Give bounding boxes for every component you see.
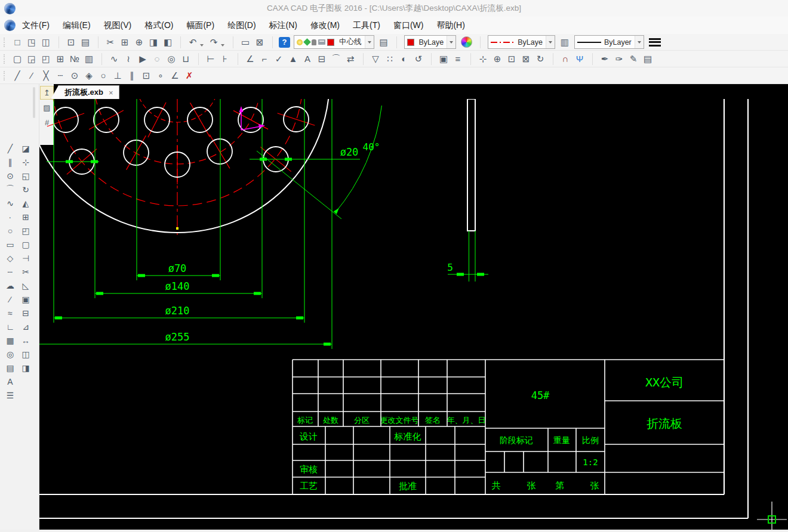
zoom-all-icon[interactable]: ⊠ [519,52,533,66]
trim-icon[interactable]: ✂ [19,265,33,279]
panel-grip[interactable] [33,87,35,118]
color-palette-icon[interactable] [461,36,472,48]
tolerance-icon[interactable]: ▽ [368,52,383,66]
document-tab[interactable]: 折流板.exb × [51,85,119,99]
paste-special-icon[interactable]: ◧ [161,35,175,49]
plot-settings-icon[interactable]: ⊠ [253,35,267,49]
rotate-icon[interactable]: ↻ [19,183,33,196]
menu-window[interactable]: 窗口(W) [387,17,430,34]
zoom-window-icon[interactable]: ⊡ [504,52,519,66]
coord-axis-icon[interactable]: ∟ [3,320,17,333]
lineweight-dropdown[interactable]: ByLayer [574,35,644,49]
text-icon[interactable]: A [3,375,17,388]
dim-check-icon[interactable]: ✓ [272,52,286,66]
snap-angle-icon[interactable]: ∠ [168,69,182,82]
magnet-snap-icon[interactable]: ∩ [558,52,572,66]
snap-tangent-icon[interactable]: ○ [96,69,110,82]
cut-icon[interactable]: ✂ [103,35,118,49]
select-window-icon[interactable]: ▢ [10,52,24,66]
stretch-icon[interactable]: ▢ [19,237,33,251]
property-brush-icon[interactable]: ✎ [626,52,641,66]
frame-settings-icon[interactable]: ▭ [238,35,253,49]
line-icon[interactable]: ╱ [3,141,17,155]
save-icon[interactable]: ◫ [39,35,53,49]
menu-format[interactable]: 格式(O) [138,17,180,34]
parallel-line-icon[interactable]: ∥ [3,155,17,169]
new-file-icon[interactable]: □ [10,35,24,49]
menu-help[interactable]: 帮助(H) [430,17,471,34]
paste-icon[interactable]: ◨ [146,35,161,49]
block-library-icon[interactable]: ⊟ [19,306,33,320]
layer-on-icon[interactable] [297,39,303,45]
layer-print-icon[interactable] [318,39,325,45]
query-icon[interactable]: ☰ [3,388,17,402]
rectangle-icon[interactable]: ▭ [3,237,17,251]
scale-icon[interactable]: ◰ [19,224,33,237]
zoom-in-icon[interactable]: ⊕ [490,52,504,66]
layer-dropdown-caret[interactable] [365,36,374,48]
dim-angle-icon[interactable]: ∠ [243,52,257,66]
dim-leader-icon[interactable]: ⌐ [257,52,272,66]
layer-dropdown[interactable]: 中心线 [294,35,374,49]
snap-intersection-icon[interactable]: ╳ [39,69,53,82]
snap-clear-icon[interactable]: ✗ [182,69,196,82]
menu-paper[interactable]: 幅面(P) [180,17,221,34]
insert-block-icon[interactable]: ◨ [19,361,33,375]
edit-list-icon[interactable]: ▤ [641,52,655,66]
label-icon[interactable]: ◎ [3,347,17,361]
text-annotation-icon[interactable]: A [300,52,315,66]
menu-draw[interactable]: 绘图(D) [221,17,262,34]
move-icon[interactable]: ⊹ [19,155,33,169]
copy-basepoint-icon[interactable]: ⊕ [132,35,146,49]
section-view-icon[interactable]: ⊔ [178,52,193,66]
spline-icon[interactable]: ∿ [3,196,17,210]
undo-icon-dropdown-caret[interactable] [200,44,204,47]
wave-line-icon[interactable]: ∿ [107,52,121,66]
table-text-icon[interactable]: ▥ [82,52,96,66]
arc-length-icon[interactable]: ↺ [411,52,426,66]
wave-icon[interactable]: ≈ [3,306,17,320]
lasso-icon[interactable]: ◌ [150,52,164,66]
dim-linear-icon[interactable]: ⊢ [204,52,218,66]
dim-edit-icon[interactable]: ⊿ [19,320,33,333]
snap-midpoint-icon[interactable]: ∕ [24,69,39,82]
drawing-canvas[interactable] [39,84,788,530]
quadrant-icon[interactable]: ◐ [397,52,411,66]
menu-modify[interactable]: 修改(M) [304,17,346,34]
linetype-dropdown-caret[interactable] [546,36,555,48]
arrow-icon[interactable]: ▶ [136,52,150,66]
snap-quadrant-icon[interactable]: ◈ [82,69,96,82]
break-icon[interactable]: ⊣ [19,251,33,265]
chamfer-icon[interactable]: ◺ [19,279,33,292]
snap-node-icon[interactable]: ⊡ [139,69,153,82]
array-icon[interactable]: ⊞ [19,210,33,224]
snap-perpendicular-icon[interactable]: ⊥ [110,69,125,82]
copy-icon[interactable]: ⊞ [118,35,132,49]
linetype-manager-icon[interactable]: ▥ [558,35,572,49]
datum-icon[interactable]: ▲ [286,52,300,66]
layer-freeze-icon[interactable] [303,38,311,46]
hatch-panel-icon[interactable]: ▨ [40,101,54,115]
tab-close-icon[interactable]: × [109,88,113,97]
text-frame-icon[interactable]: ◲ [24,52,39,66]
point-icon[interactable]: ∙ [3,210,17,224]
snap-endpoint-icon[interactable]: ╱ [10,69,24,82]
zigzag-line-icon[interactable]: ≀ [121,52,136,66]
style-brush-icon[interactable]: ✒ [598,52,612,66]
menu-tools[interactable]: 工具(T) [346,17,387,34]
lineweight-dropdown-caret[interactable] [635,36,644,48]
mirror-icon[interactable]: ◭ [19,196,33,210]
dim-arc-icon[interactable]: ⌒ [329,52,343,66]
color-dropdown-caret[interactable] [447,36,455,48]
menu-edit[interactable]: 编辑(E) [56,17,97,34]
undo-icon[interactable]: ↶ [186,35,200,49]
export-icon[interactable]: ⊡ [64,35,78,49]
centerline-icon[interactable]: ┄ [3,265,17,279]
measure-ruler-icon[interactable]: ≡ [451,52,465,66]
eraser-icon[interactable]: ◪ [19,141,33,155]
dim-edit-icon[interactable]: ⊟ [315,52,329,66]
ellipse-icon[interactable]: ○ [3,224,17,237]
zoom-part-icon[interactable]: ◎ [164,52,178,66]
menu-file[interactable]: 文件(F) [16,17,56,34]
color-dropdown[interactable]: ByLaye [404,35,457,49]
